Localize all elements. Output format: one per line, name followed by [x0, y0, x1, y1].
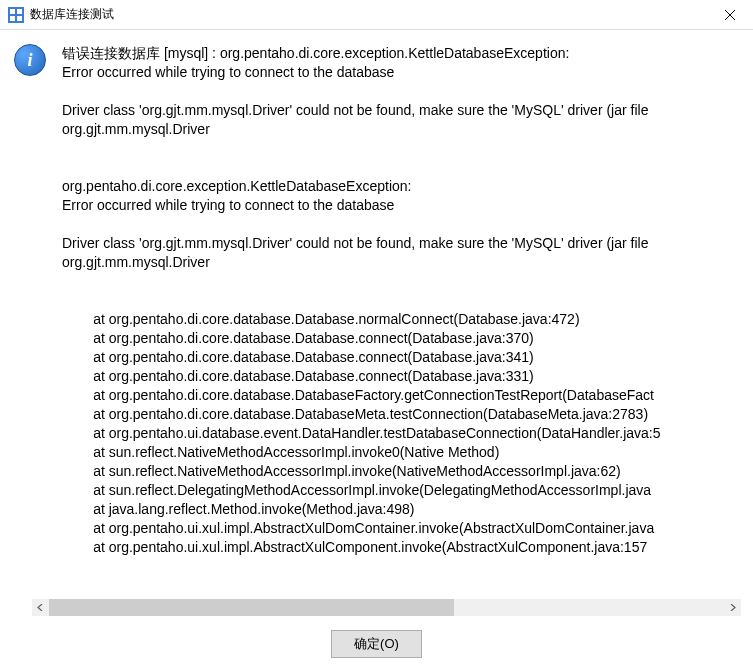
scroll-right-button[interactable] [724, 599, 741, 616]
scrollbar-track[interactable] [49, 599, 724, 616]
svg-rect-1 [17, 9, 22, 14]
scroll-left-button[interactable] [32, 599, 49, 616]
button-bar: 确定(O) [0, 630, 753, 658]
info-icon: i [14, 44, 46, 76]
horizontal-scrollbar[interactable] [32, 599, 741, 616]
info-icon-column: i [14, 44, 62, 610]
svg-rect-2 [10, 16, 15, 21]
ok-button[interactable]: 确定(O) [331, 630, 422, 658]
svg-rect-3 [17, 16, 22, 21]
svg-rect-0 [10, 9, 15, 14]
scrollbar-thumb[interactable] [49, 599, 454, 616]
message-column: 错误连接数据库 [mysql] : org.pentaho.di.core.ex… [62, 44, 753, 610]
titlebar: 数据库连接测试 [0, 0, 753, 30]
window-title: 数据库连接测试 [30, 6, 715, 23]
close-button[interactable] [715, 0, 745, 30]
error-message-text[interactable]: 错误连接数据库 [mysql] : org.pentaho.di.core.ex… [62, 44, 753, 604]
content-area: i 错误连接数据库 [mysql] : org.pentaho.di.core.… [0, 30, 753, 610]
app-icon [8, 7, 24, 23]
